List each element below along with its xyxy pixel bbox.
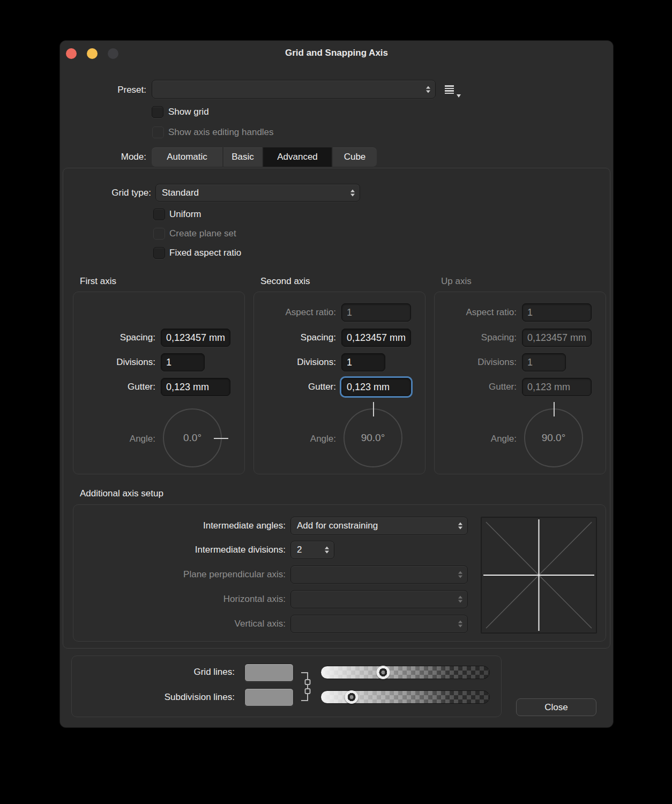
up-axis-divisions-field: 1 [522,353,566,371]
up-axis-spacing-field: 0,123457 mm [522,329,592,347]
grid-snapping-dialog: Grid and Snapping Axis Preset: Show grid… [60,41,613,727]
grid-type-value: Standard [162,188,199,198]
additional-axis-setup-panel: Intermediate angles: Add for constrainin… [73,504,606,642]
uniform-label: Uniform [169,209,201,220]
up-axis-aspect-field: 1 [522,303,592,322]
plane-perpendicular-axis-dropdown [290,565,468,584]
line-appearance-panel: Grid lines: Subdivision lines: [71,656,502,717]
second-axis-angle-dial: 90.0° [344,408,402,467]
up-axis-angle-dial: 90.0° [524,408,583,467]
stepper-icon [426,86,430,93]
show-grid-label: Show grid [168,106,209,118]
dial-tick-icon [214,438,228,439]
second-axis-gutter-field[interactable]: 0,123 mm [341,378,411,396]
stepper-icon [458,571,462,578]
stepper-icon [350,189,355,196]
additional-axis-setup-heading: Additional axis setup [80,488,163,499]
first-axis-gutter-field[interactable]: 0,123 mm [161,378,230,396]
divisions-label: Divisions: [435,356,517,368]
show-axis-handles-label: Show axis editing handles [168,126,274,138]
plane-perpendicular-axis-label: Plane perpendicular axis: [73,569,286,580]
close-button[interactable]: Close [516,698,596,716]
vertical-axis-dropdown [290,615,468,633]
stepper-icon [458,621,462,628]
horizontal-axis-label: Horizontal axis: [73,593,286,605]
mode-tab-cube[interactable]: Cube [333,147,377,167]
stepper-icon [458,523,462,530]
angle-label: Angle: [254,433,336,445]
intermediate-angles-dropdown[interactable]: Add for constraining [290,517,468,535]
divisions-label: Divisions: [73,356,155,368]
axis-preview [481,517,597,634]
second-axis-spacing-field[interactable]: 0,123457 mm [341,329,411,347]
angle-value: 90.0° [345,432,401,444]
second-axis-aspect-field: 1 [341,303,411,322]
up-axis-gutter-field: 0,123 mm [522,378,592,396]
stepper-icon [458,596,462,603]
create-plane-set-checkbox [153,228,165,240]
gutter-label: Gutter: [435,381,517,393]
preset-dropdown[interactable] [152,80,436,99]
show-grid-checkbox[interactable] [152,106,163,118]
fixed-aspect-ratio-checkbox[interactable] [153,247,165,259]
fixed-aspect-ratio-label: Fixed aspect ratio [169,247,241,259]
grid-lines-slider-knob[interactable] [377,666,390,679]
create-plane-set-label: Create plane set [169,228,236,240]
intermediate-divisions-value: 2 [297,545,302,555]
preset-label: Preset: [60,84,146,96]
spacing-label: Spacing: [73,332,155,344]
second-axis-divisions-field[interactable]: 1 [341,353,385,371]
mode-tab-basic[interactable]: Basic [223,147,262,167]
subdivision-lines-label: Subdivision lines: [72,691,235,703]
grid-lines-opacity-slider[interactable] [320,666,490,679]
grid-lines-label: Grid lines: [72,666,235,678]
mode-segmented-control: Automatic Basic Advanced Cube [152,147,377,167]
first-axis-angle-dial: 0.0° [163,408,222,467]
gutter-label: Gutter: [73,381,155,393]
mode-label: Mode: [60,151,146,163]
angle-value: 0.0° [164,432,221,444]
uniform-checkbox[interactable] [153,209,165,220]
show-axis-handles-checkbox [152,126,164,138]
subdivision-lines-opacity-slider[interactable] [320,690,490,704]
up-axis-panel: Aspect ratio: 1 Spacing: 0,123457 mm Div… [434,292,606,474]
angle-label: Angle: [73,433,155,445]
intermediate-divisions-label: Intermediate divisions: [73,544,286,556]
mode-tab-automatic[interactable]: Automatic [152,147,222,167]
grid-type-dropdown[interactable]: Standard [155,184,360,202]
spacing-label: Spacing: [254,332,336,344]
chevron-down-icon [457,94,461,98]
first-axis-spacing-field[interactable]: 0,123457 mm [161,329,230,347]
hamburger-icon [445,85,454,94]
subdivision-lines-swatch[interactable] [244,688,294,706]
grid-type-label: Grid type: [63,187,151,199]
angle-value: 90.0° [525,432,582,444]
link-colors-icon[interactable] [299,671,313,702]
spacing-label: Spacing: [435,332,517,344]
aspect-ratio-label: Aspect ratio: [435,307,517,318]
first-axis-panel: Spacing: 0,123457 mm Divisions: 1 Gutter… [73,292,245,474]
window-title: Grid and Snapping Axis [60,48,613,58]
aspect-ratio-label: Aspect ratio: [254,307,336,318]
axis-preview-graphic [482,518,596,632]
stepper-icon [325,547,329,554]
mode-tab-advanced[interactable]: Advanced [263,147,332,167]
dial-tick-icon [554,402,555,416]
intermediate-divisions-stepper[interactable]: 2 [290,541,334,559]
intermediate-angles-value: Add for constraining [297,520,378,531]
horizontal-axis-dropdown [290,590,468,608]
angle-label: Angle: [435,433,517,445]
second-axis-panel: Aspect ratio: 1 Spacing: 0,123457 mm Div… [253,292,425,474]
subdivision-lines-slider-knob[interactable] [345,690,358,704]
grid-lines-swatch[interactable] [244,664,294,682]
second-axis-heading: Second axis [260,276,310,287]
intermediate-angles-label: Intermediate angles: [73,520,286,532]
gutter-label: Gutter: [254,381,336,393]
first-axis-heading: First axis [80,276,116,287]
vertical-axis-label: Vertical axis: [73,618,286,630]
preset-menu-button[interactable] [444,84,462,98]
advanced-settings-panel: Grid type: Standard Uniform Create plane… [63,168,610,649]
dial-tick-icon [373,402,374,416]
divisions-label: Divisions: [254,356,336,368]
first-axis-divisions-field[interactable]: 1 [161,353,205,371]
